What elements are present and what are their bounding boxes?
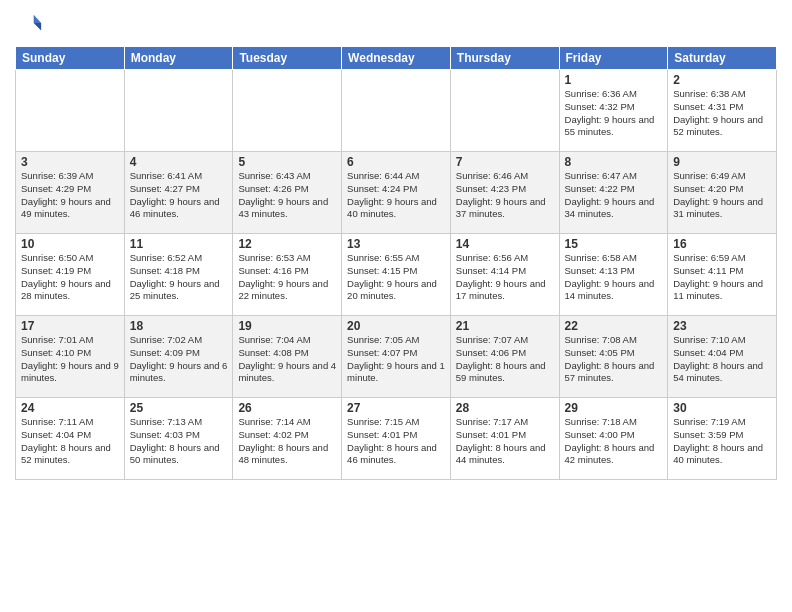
- week-row-1: 1Sunrise: 6:36 AMSunset: 4:32 PMDaylight…: [16, 70, 777, 152]
- day-cell: 17Sunrise: 7:01 AMSunset: 4:10 PMDayligh…: [16, 316, 125, 398]
- day-info: Sunrise: 6:58 AMSunset: 4:13 PMDaylight:…: [565, 252, 663, 303]
- day-number: 6: [347, 155, 445, 169]
- day-info: Sunrise: 6:36 AMSunset: 4:32 PMDaylight:…: [565, 88, 663, 139]
- day-info: Sunrise: 7:10 AMSunset: 4:04 PMDaylight:…: [673, 334, 771, 385]
- logo-icon: [15, 10, 43, 38]
- day-cell: 25Sunrise: 7:13 AMSunset: 4:03 PMDayligh…: [124, 398, 233, 480]
- header: [15, 10, 777, 38]
- day-cell: 29Sunrise: 7:18 AMSunset: 4:00 PMDayligh…: [559, 398, 668, 480]
- day-number: 21: [456, 319, 554, 333]
- day-cell: 22Sunrise: 7:08 AMSunset: 4:05 PMDayligh…: [559, 316, 668, 398]
- day-number: 16: [673, 237, 771, 251]
- day-number: 23: [673, 319, 771, 333]
- day-cell: 23Sunrise: 7:10 AMSunset: 4:04 PMDayligh…: [668, 316, 777, 398]
- weekday-header-saturday: Saturday: [668, 47, 777, 70]
- day-info: Sunrise: 6:53 AMSunset: 4:16 PMDaylight:…: [238, 252, 336, 303]
- weekday-header-sunday: Sunday: [16, 47, 125, 70]
- weekday-header-wednesday: Wednesday: [342, 47, 451, 70]
- day-cell: [342, 70, 451, 152]
- day-info: Sunrise: 7:02 AMSunset: 4:09 PMDaylight:…: [130, 334, 228, 385]
- day-info: Sunrise: 6:55 AMSunset: 4:15 PMDaylight:…: [347, 252, 445, 303]
- calendar-table: SundayMondayTuesdayWednesdayThursdayFrid…: [15, 46, 777, 480]
- day-info: Sunrise: 6:41 AMSunset: 4:27 PMDaylight:…: [130, 170, 228, 221]
- day-number: 14: [456, 237, 554, 251]
- day-number: 5: [238, 155, 336, 169]
- day-cell: 13Sunrise: 6:55 AMSunset: 4:15 PMDayligh…: [342, 234, 451, 316]
- day-number: 18: [130, 319, 228, 333]
- day-info: Sunrise: 6:59 AMSunset: 4:11 PMDaylight:…: [673, 252, 771, 303]
- day-cell: 19Sunrise: 7:04 AMSunset: 4:08 PMDayligh…: [233, 316, 342, 398]
- day-info: Sunrise: 6:52 AMSunset: 4:18 PMDaylight:…: [130, 252, 228, 303]
- day-cell: 10Sunrise: 6:50 AMSunset: 4:19 PMDayligh…: [16, 234, 125, 316]
- day-cell: 2Sunrise: 6:38 AMSunset: 4:31 PMDaylight…: [668, 70, 777, 152]
- day-cell: 26Sunrise: 7:14 AMSunset: 4:02 PMDayligh…: [233, 398, 342, 480]
- day-cell: 9Sunrise: 6:49 AMSunset: 4:20 PMDaylight…: [668, 152, 777, 234]
- day-cell: [233, 70, 342, 152]
- day-info: Sunrise: 6:49 AMSunset: 4:20 PMDaylight:…: [673, 170, 771, 221]
- day-info: Sunrise: 6:38 AMSunset: 4:31 PMDaylight:…: [673, 88, 771, 139]
- weekday-header-row: SundayMondayTuesdayWednesdayThursdayFrid…: [16, 47, 777, 70]
- day-cell: 18Sunrise: 7:02 AMSunset: 4:09 PMDayligh…: [124, 316, 233, 398]
- day-info: Sunrise: 6:39 AMSunset: 4:29 PMDaylight:…: [21, 170, 119, 221]
- week-row-2: 3Sunrise: 6:39 AMSunset: 4:29 PMDaylight…: [16, 152, 777, 234]
- day-cell: [16, 70, 125, 152]
- day-cell: 20Sunrise: 7:05 AMSunset: 4:07 PMDayligh…: [342, 316, 451, 398]
- day-number: 9: [673, 155, 771, 169]
- svg-marker-1: [34, 15, 41, 23]
- weekday-header-tuesday: Tuesday: [233, 47, 342, 70]
- day-number: 19: [238, 319, 336, 333]
- day-number: 25: [130, 401, 228, 415]
- day-cell: 24Sunrise: 7:11 AMSunset: 4:04 PMDayligh…: [16, 398, 125, 480]
- day-cell: 28Sunrise: 7:17 AMSunset: 4:01 PMDayligh…: [450, 398, 559, 480]
- day-number: 8: [565, 155, 663, 169]
- weekday-header-thursday: Thursday: [450, 47, 559, 70]
- day-number: 7: [456, 155, 554, 169]
- day-cell: 16Sunrise: 6:59 AMSunset: 4:11 PMDayligh…: [668, 234, 777, 316]
- day-info: Sunrise: 7:15 AMSunset: 4:01 PMDaylight:…: [347, 416, 445, 467]
- day-cell: 7Sunrise: 6:46 AMSunset: 4:23 PMDaylight…: [450, 152, 559, 234]
- day-number: 15: [565, 237, 663, 251]
- day-cell: [450, 70, 559, 152]
- day-number: 26: [238, 401, 336, 415]
- day-number: 13: [347, 237, 445, 251]
- day-info: Sunrise: 6:46 AMSunset: 4:23 PMDaylight:…: [456, 170, 554, 221]
- day-cell: 5Sunrise: 6:43 AMSunset: 4:26 PMDaylight…: [233, 152, 342, 234]
- day-number: 27: [347, 401, 445, 415]
- day-cell: 15Sunrise: 6:58 AMSunset: 4:13 PMDayligh…: [559, 234, 668, 316]
- week-row-3: 10Sunrise: 6:50 AMSunset: 4:19 PMDayligh…: [16, 234, 777, 316]
- week-row-5: 24Sunrise: 7:11 AMSunset: 4:04 PMDayligh…: [16, 398, 777, 480]
- day-info: Sunrise: 7:07 AMSunset: 4:06 PMDaylight:…: [456, 334, 554, 385]
- day-cell: 8Sunrise: 6:47 AMSunset: 4:22 PMDaylight…: [559, 152, 668, 234]
- day-info: Sunrise: 7:17 AMSunset: 4:01 PMDaylight:…: [456, 416, 554, 467]
- day-info: Sunrise: 6:56 AMSunset: 4:14 PMDaylight:…: [456, 252, 554, 303]
- day-number: 1: [565, 73, 663, 87]
- weekday-header-monday: Monday: [124, 47, 233, 70]
- logo: [15, 10, 47, 38]
- day-cell: 3Sunrise: 6:39 AMSunset: 4:29 PMDaylight…: [16, 152, 125, 234]
- day-cell: 12Sunrise: 6:53 AMSunset: 4:16 PMDayligh…: [233, 234, 342, 316]
- day-number: 28: [456, 401, 554, 415]
- day-number: 4: [130, 155, 228, 169]
- calendar-container: SundayMondayTuesdayWednesdayThursdayFrid…: [0, 0, 792, 612]
- day-number: 29: [565, 401, 663, 415]
- day-cell: 30Sunrise: 7:19 AMSunset: 3:59 PMDayligh…: [668, 398, 777, 480]
- day-info: Sunrise: 6:43 AMSunset: 4:26 PMDaylight:…: [238, 170, 336, 221]
- day-info: Sunrise: 7:04 AMSunset: 4:08 PMDaylight:…: [238, 334, 336, 385]
- day-info: Sunrise: 6:44 AMSunset: 4:24 PMDaylight:…: [347, 170, 445, 221]
- day-number: 22: [565, 319, 663, 333]
- week-row-4: 17Sunrise: 7:01 AMSunset: 4:10 PMDayligh…: [16, 316, 777, 398]
- day-number: 3: [21, 155, 119, 169]
- day-number: 2: [673, 73, 771, 87]
- day-cell: [124, 70, 233, 152]
- day-info: Sunrise: 7:01 AMSunset: 4:10 PMDaylight:…: [21, 334, 119, 385]
- day-info: Sunrise: 7:14 AMSunset: 4:02 PMDaylight:…: [238, 416, 336, 467]
- day-cell: 6Sunrise: 6:44 AMSunset: 4:24 PMDaylight…: [342, 152, 451, 234]
- day-cell: 4Sunrise: 6:41 AMSunset: 4:27 PMDaylight…: [124, 152, 233, 234]
- day-cell: 11Sunrise: 6:52 AMSunset: 4:18 PMDayligh…: [124, 234, 233, 316]
- day-info: Sunrise: 7:18 AMSunset: 4:00 PMDaylight:…: [565, 416, 663, 467]
- day-info: Sunrise: 7:13 AMSunset: 4:03 PMDaylight:…: [130, 416, 228, 467]
- day-info: Sunrise: 7:05 AMSunset: 4:07 PMDaylight:…: [347, 334, 445, 385]
- day-cell: 14Sunrise: 6:56 AMSunset: 4:14 PMDayligh…: [450, 234, 559, 316]
- weekday-header-friday: Friday: [559, 47, 668, 70]
- day-info: Sunrise: 6:47 AMSunset: 4:22 PMDaylight:…: [565, 170, 663, 221]
